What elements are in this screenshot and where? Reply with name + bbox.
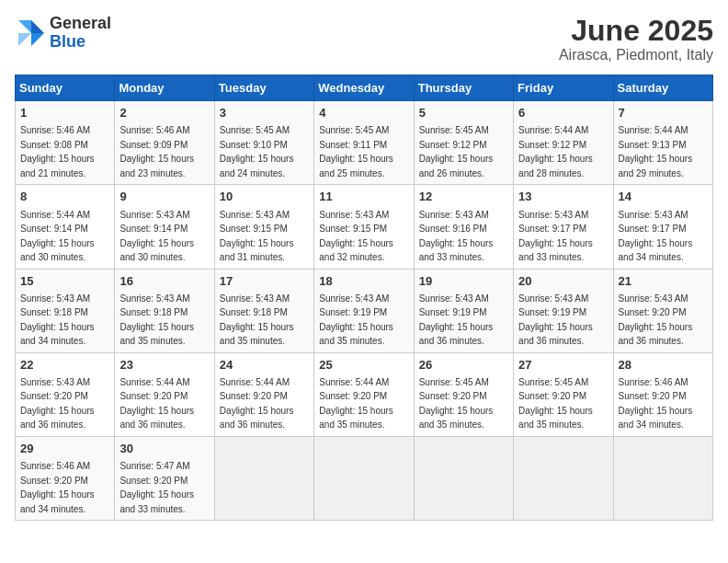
day-info: Sunrise: 5:44 AMSunset: 9:14 PMDaylight:… [20, 210, 95, 263]
header: General Blue June 2025 Airasca, Piedmont… [15, 15, 713, 63]
day-info: Sunrise: 5:43 AMSunset: 9:18 PMDaylight:… [20, 293, 95, 347]
table-row: 8 Sunrise: 5:44 AMSunset: 9:14 PMDayligh… [16, 185, 115, 269]
table-row [514, 436, 613, 520]
day-number: 9 [119, 189, 209, 205]
calendar-table: Sunday Monday Tuesday Wednesday Thursday… [15, 75, 713, 521]
day-number: 18 [319, 273, 408, 290]
table-row: 19 Sunrise: 5:43 AMSunset: 9:19 PMDaylig… [414, 269, 513, 352]
day-number: 24 [220, 357, 309, 373]
day-number: 16 [119, 273, 209, 290]
day-info: Sunrise: 5:45 AMSunset: 9:11 PMDaylight:… [319, 125, 393, 178]
table-row: 25 Sunrise: 5:44 AMSunset: 9:20 PMDaylig… [314, 352, 414, 436]
day-info: Sunrise: 5:44 AMSunset: 9:12 PMDaylight:… [518, 125, 593, 178]
day-number: 30 [119, 441, 209, 457]
table-row: 23 Sunrise: 5:44 AMSunset: 9:20 PMDaylig… [115, 352, 214, 436]
day-number: 11 [319, 189, 408, 205]
table-row: 26 Sunrise: 5:45 AMSunset: 9:20 PMDaylig… [414, 352, 513, 436]
day-number: 10 [220, 189, 309, 205]
table-row: 28 Sunrise: 5:46 AMSunset: 9:20 PMDaylig… [613, 352, 712, 436]
day-info: Sunrise: 5:44 AMSunset: 9:20 PMDaylight:… [119, 377, 194, 431]
day-number: 14 [619, 189, 708, 205]
logo-icon [15, 17, 48, 50]
col-wednesday: Wednesday [314, 75, 414, 101]
table-row: 30 Sunrise: 5:47 AMSunset: 9:20 PMDaylig… [115, 436, 214, 520]
logo-general: General [50, 15, 111, 33]
day-info: Sunrise: 5:43 AMSunset: 9:19 PMDaylight:… [518, 293, 593, 347]
table-row: 12 Sunrise: 5:43 AMSunset: 9:16 PMDaylig… [414, 185, 513, 269]
day-number: 27 [518, 357, 608, 373]
day-info: Sunrise: 5:45 AMSunset: 9:20 PMDaylight:… [518, 377, 593, 431]
day-info: Sunrise: 5:45 AMSunset: 9:12 PMDaylight:… [419, 125, 494, 178]
day-number: 28 [619, 357, 708, 373]
table-row: 3 Sunrise: 5:45 AMSunset: 9:10 PMDayligh… [214, 101, 313, 185]
logo-blue: Blue [50, 33, 111, 52]
day-number: 3 [220, 105, 309, 121]
table-row [414, 436, 513, 520]
table-row: 13 Sunrise: 5:43 AMSunset: 9:17 PMDaylig… [514, 185, 613, 269]
day-info: Sunrise: 5:46 AMSunset: 9:20 PMDaylight:… [20, 461, 95, 514]
svg-marker-3 [18, 33, 31, 46]
day-info: Sunrise: 5:44 AMSunset: 9:13 PMDaylight:… [619, 125, 693, 178]
logo: General Blue [15, 15, 111, 52]
day-number: 2 [119, 105, 209, 121]
day-number: 12 [419, 189, 508, 205]
location-title: Airasca, Piedmont, Italy [559, 47, 713, 63]
svg-marker-2 [18, 20, 31, 33]
day-number: 1 [20, 105, 109, 121]
day-info: Sunrise: 5:45 AMSunset: 9:20 PMDaylight:… [419, 377, 494, 431]
calendar-body: 1 Sunrise: 5:46 AMSunset: 9:08 PMDayligh… [16, 101, 713, 521]
col-saturday: Saturday [613, 75, 712, 101]
table-row: 18 Sunrise: 5:43 AMSunset: 9:19 PMDaylig… [314, 269, 414, 352]
day-number: 25 [319, 357, 408, 373]
table-row: 11 Sunrise: 5:43 AMSunset: 9:15 PMDaylig… [314, 185, 414, 269]
day-info: Sunrise: 5:47 AMSunset: 9:20 PMDaylight:… [119, 461, 194, 514]
table-row: 10 Sunrise: 5:43 AMSunset: 9:15 PMDaylig… [214, 185, 313, 269]
day-number: 6 [518, 105, 608, 121]
table-row: 9 Sunrise: 5:43 AMSunset: 9:14 PMDayligh… [115, 185, 214, 269]
col-tuesday: Tuesday [214, 75, 313, 101]
day-number: 20 [518, 273, 608, 290]
table-row: 7 Sunrise: 5:44 AMSunset: 9:13 PMDayligh… [613, 101, 712, 185]
day-number: 17 [220, 273, 309, 290]
table-row: 4 Sunrise: 5:45 AMSunset: 9:11 PMDayligh… [314, 101, 414, 185]
day-number: 15 [20, 273, 109, 290]
day-info: Sunrise: 5:46 AMSunset: 9:09 PMDaylight:… [119, 125, 194, 178]
day-number: 19 [419, 273, 508, 290]
col-thursday: Thursday [414, 75, 513, 101]
day-info: Sunrise: 5:43 AMSunset: 9:18 PMDaylight:… [119, 293, 194, 347]
col-monday: Monday [115, 75, 214, 101]
day-number: 22 [20, 357, 109, 373]
day-info: Sunrise: 5:43 AMSunset: 9:18 PMDaylight:… [220, 293, 294, 347]
title-area: June 2025 Airasca, Piedmont, Italy [559, 15, 713, 63]
table-row: 1 Sunrise: 5:46 AMSunset: 9:08 PMDayligh… [16, 101, 115, 185]
day-info: Sunrise: 5:43 AMSunset: 9:19 PMDaylight:… [319, 293, 393, 347]
day-number: 21 [619, 273, 708, 290]
table-row: 20 Sunrise: 5:43 AMSunset: 9:19 PMDaylig… [514, 269, 613, 352]
day-number: 13 [518, 189, 608, 205]
table-row: 17 Sunrise: 5:43 AMSunset: 9:18 PMDaylig… [214, 269, 313, 352]
table-row: 6 Sunrise: 5:44 AMSunset: 9:12 PMDayligh… [514, 101, 613, 185]
day-info: Sunrise: 5:43 AMSunset: 9:16 PMDaylight:… [419, 210, 494, 263]
day-info: Sunrise: 5:43 AMSunset: 9:20 PMDaylight:… [20, 377, 95, 431]
day-info: Sunrise: 5:43 AMSunset: 9:20 PMDaylight:… [619, 293, 693, 347]
svg-marker-1 [31, 33, 44, 46]
day-number: 4 [319, 105, 408, 121]
month-title: June 2025 [559, 15, 713, 47]
col-friday: Friday [514, 75, 613, 101]
table-row: 5 Sunrise: 5:45 AMSunset: 9:12 PMDayligh… [414, 101, 513, 185]
day-info: Sunrise: 5:43 AMSunset: 9:19 PMDaylight:… [419, 293, 494, 347]
table-row: 15 Sunrise: 5:43 AMSunset: 9:18 PMDaylig… [16, 269, 115, 352]
table-row [214, 436, 313, 520]
day-info: Sunrise: 5:43 AMSunset: 9:15 PMDaylight:… [319, 210, 393, 263]
table-row: 29 Sunrise: 5:46 AMSunset: 9:20 PMDaylig… [16, 436, 115, 520]
table-row: 2 Sunrise: 5:46 AMSunset: 9:09 PMDayligh… [115, 101, 214, 185]
day-number: 23 [119, 357, 209, 373]
table-row: 24 Sunrise: 5:44 AMSunset: 9:20 PMDaylig… [214, 352, 313, 436]
table-row [613, 436, 712, 520]
day-info: Sunrise: 5:44 AMSunset: 9:20 PMDaylight:… [220, 377, 294, 431]
table-row: 27 Sunrise: 5:45 AMSunset: 9:20 PMDaylig… [514, 352, 613, 436]
calendar-header: Sunday Monday Tuesday Wednesday Thursday… [16, 75, 713, 101]
table-row [314, 436, 414, 520]
day-info: Sunrise: 5:43 AMSunset: 9:17 PMDaylight:… [518, 210, 593, 263]
day-number: 8 [20, 189, 109, 205]
